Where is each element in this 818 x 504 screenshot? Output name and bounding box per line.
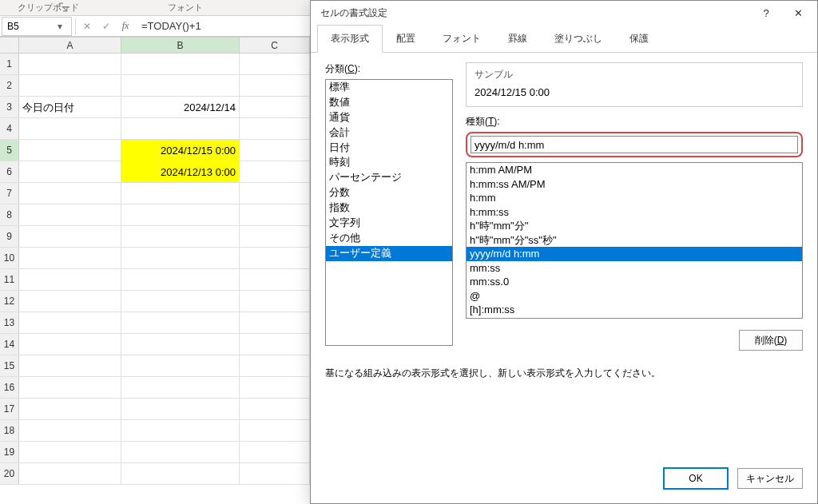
col-header-A[interactable]: A <box>19 38 121 53</box>
type-item[interactable]: [h]:mm:ss <box>467 303 802 317</box>
cell[interactable] <box>19 442 121 462</box>
cell[interactable] <box>240 312 310 333</box>
cell[interactable] <box>19 161 121 182</box>
category-item[interactable]: 分数 <box>326 185 452 200</box>
type-item[interactable]: h"時"mm"分"ss"秒" <box>467 233 802 248</box>
cell[interactable] <box>121 377 240 398</box>
category-item[interactable]: 指数 <box>326 200 452 216</box>
tab-4[interactable]: 塗りつぶし <box>541 25 616 53</box>
cell[interactable] <box>240 269 310 290</box>
row-header[interactable]: 4 <box>0 118 19 139</box>
name-box-dropdown-icon[interactable]: ▾ <box>54 21 66 32</box>
category-item[interactable]: その他 <box>326 231 452 246</box>
cell[interactable] <box>240 248 310 268</box>
cell[interactable] <box>121 399 240 419</box>
cell[interactable] <box>19 269 121 290</box>
cell[interactable] <box>121 226 240 247</box>
cell[interactable] <box>240 54 310 74</box>
cell[interactable] <box>240 204 310 225</box>
cell[interactable] <box>121 54 240 74</box>
clipboard-dialog-launcher-icon[interactable] <box>58 2 69 13</box>
formula-enter-icon[interactable]: ✓ <box>97 18 116 35</box>
type-item[interactable]: h"時"mm"分" <box>467 219 802 233</box>
cell[interactable] <box>19 334 121 355</box>
cell[interactable] <box>121 291 240 312</box>
row-header[interactable]: 14 <box>0 334 19 355</box>
row-header[interactable]: 19 <box>0 442 19 462</box>
cell[interactable]: 2024/12/15 0:00 <box>121 140 240 161</box>
row-header[interactable]: 20 <box>0 463 19 484</box>
cell[interactable] <box>240 118 310 139</box>
cell[interactable] <box>121 75 240 96</box>
dialog-help-button[interactable]: ? <box>750 2 782 24</box>
category-item[interactable]: 会計 <box>326 125 452 141</box>
cell[interactable]: 今日の日付 <box>19 97 121 117</box>
cell[interactable] <box>19 140 121 161</box>
cell[interactable] <box>240 75 310 96</box>
cell[interactable] <box>19 226 121 247</box>
select-all-corner[interactable] <box>0 38 19 53</box>
category-item[interactable]: 数値 <box>326 95 452 110</box>
insert-function-icon[interactable]: fx <box>116 18 135 35</box>
cell[interactable] <box>19 377 121 398</box>
cell[interactable] <box>240 399 310 419</box>
type-item[interactable]: mm:ss <box>467 261 802 276</box>
category-item[interactable]: 日付 <box>326 141 452 156</box>
cell[interactable] <box>19 183 121 204</box>
type-input[interactable] <box>471 136 798 153</box>
cell[interactable] <box>19 204 121 225</box>
type-item[interactable]: @ <box>467 289 802 304</box>
row-header[interactable]: 6 <box>0 161 19 182</box>
cell[interactable] <box>240 420 310 441</box>
cell[interactable] <box>240 97 310 117</box>
cell[interactable] <box>240 334 310 355</box>
category-item[interactable]: 標準 <box>326 80 452 95</box>
cell[interactable]: 2024/12/14 <box>121 97 240 117</box>
row-header[interactable]: 10 <box>0 248 19 268</box>
dialog-titlebar[interactable]: セルの書式設定 ? ✕ <box>311 1 817 25</box>
cell[interactable]: 2024/12/13 0:00 <box>121 161 240 182</box>
cell[interactable] <box>240 463 310 484</box>
cell[interactable] <box>121 420 240 441</box>
cell[interactable] <box>19 291 121 312</box>
cell[interactable] <box>240 183 310 204</box>
type-item[interactable]: yyyy/m/d h:mm <box>467 247 802 261</box>
cell[interactable] <box>19 420 121 441</box>
row-header[interactable]: 12 <box>0 291 19 312</box>
cell[interactable] <box>19 399 121 419</box>
cell[interactable] <box>121 183 240 204</box>
cancel-button[interactable]: キャンセル <box>737 468 803 489</box>
row-header[interactable]: 3 <box>0 97 19 117</box>
row-header[interactable]: 13 <box>0 312 19 333</box>
row-header[interactable]: 8 <box>0 204 19 225</box>
cell[interactable] <box>121 248 240 268</box>
type-item[interactable]: [$-ja-JP-x-gannen]ggge"年"m"月"d"日";@ <box>467 317 802 319</box>
name-box[interactable]: B5 ▾ <box>2 17 72 36</box>
category-item[interactable]: 文字列 <box>326 216 452 231</box>
row-header[interactable]: 9 <box>0 226 19 247</box>
category-item[interactable]: 通貨 <box>326 110 452 125</box>
row-header[interactable]: 2 <box>0 75 19 96</box>
cell[interactable] <box>19 312 121 333</box>
cell[interactable] <box>19 355 121 376</box>
category-item[interactable]: パーセンテージ <box>326 170 452 185</box>
cell[interactable] <box>121 442 240 462</box>
tab-2[interactable]: フォント <box>429 25 494 53</box>
cell[interactable] <box>121 269 240 290</box>
cell[interactable] <box>240 140 310 161</box>
col-header-C[interactable]: C <box>240 38 310 53</box>
category-item[interactable]: ユーザー定義 <box>326 246 452 261</box>
cell[interactable] <box>121 334 240 355</box>
cell[interactable] <box>240 161 310 182</box>
row-header[interactable]: 11 <box>0 269 19 290</box>
tab-1[interactable]: 配置 <box>383 25 429 53</box>
category-listbox[interactable]: 標準数値通貨会計日付時刻パーセンテージ分数指数文字列その他ユーザー定義 <box>325 79 453 346</box>
cell[interactable] <box>240 355 310 376</box>
cell[interactable] <box>19 54 121 74</box>
type-listbox[interactable]: h:mm AM/PMh:mm:ss AM/PMh:mmh:mm:ssh"時"mm… <box>466 162 803 319</box>
cell[interactable] <box>19 75 121 96</box>
type-item[interactable]: h:mm AM/PM <box>467 163 802 177</box>
cell[interactable] <box>121 312 240 333</box>
row-header[interactable]: 15 <box>0 355 19 376</box>
type-item[interactable]: h:mm:ss AM/PM <box>467 177 802 192</box>
